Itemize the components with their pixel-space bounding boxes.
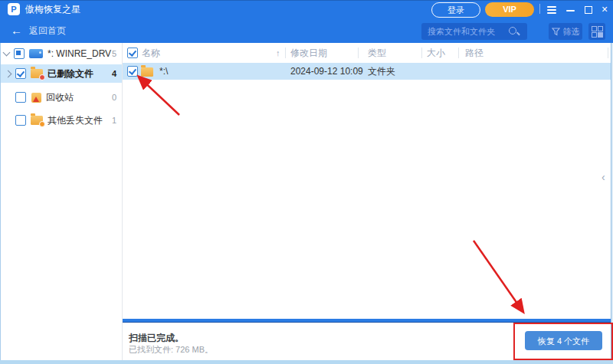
login-button[interactable]: 登录 [431,2,480,18]
search-icon-handle [516,31,520,35]
column-separator [285,48,286,58]
select-all-checkbox[interactable] [127,48,138,58]
sidebar-item-other-lost-files[interactable]: 其他丢失文件 1 [1,111,122,130]
column-separator [421,48,422,58]
sidebar-item-winre-drv[interactable]: *: WINRE_DRV 5 [1,44,122,63]
window-border-left [0,43,1,360]
annotation-arrow-row [139,77,179,115]
checkbox-unchecked[interactable] [15,115,26,126]
column-separator [608,48,608,58]
checkbox-unchecked[interactable] [15,92,26,103]
cell-type: 文件夹 [368,63,395,80]
scan-progress-bar [123,319,611,322]
filter-button[interactable]: 筛选 [549,23,582,40]
back-arrow-icon[interactable]: ← [11,18,22,43]
column-header-name[interactable]: 名称 [142,44,160,61]
app-window: P 傲梅恢复之星 登录 VIP × ← 返回首页 筛选 [0,0,613,364]
search-icon[interactable] [509,27,516,34]
sidebar-item-recycle-bin[interactable]: 回收站 0 [1,88,122,107]
sidebar-item-label: 其他丢失文件 [48,114,112,127]
files-found-text: 已找到文件: 726 MB。 [129,344,213,356]
deleted-folder-icon [31,69,43,78]
checkbox-indeterminate[interactable] [14,48,25,59]
item-count: 4 [112,69,116,78]
close-icon[interactable]: × [597,0,612,18]
column-header-modified[interactable]: 修改日期 [290,44,327,61]
table-row[interactable]: *:\ 2024-09-12 10:09 文件夹 [123,63,611,80]
chevron-right-icon[interactable] [5,70,12,77]
annotation-arrow-button [474,241,523,311]
sidebar-item-deleted-files[interactable]: 已删除文件 4 [1,64,122,83]
window-border-bottom [0,360,613,364]
annotation-highlight-box [513,323,613,360]
sidebar-tree: *: WINRE_DRV 5 已删除文件 4 回收站 0 其他丢失文件 1 [1,43,123,360]
item-count: 1 [112,116,116,125]
table-header: 名称 ↑ 修改日期 类型 大小 路径 [123,44,611,61]
app-logo-icon: P [8,3,20,15]
back-home-button[interactable]: 返回首页 [29,18,66,43]
folder-icon [141,67,153,77]
menu-icon[interactable] [544,0,559,18]
item-count: 0 [112,93,116,102]
cell-modified: 2024-09-12 10:09 [290,63,363,80]
vip-button[interactable]: VIP [485,2,534,17]
column-separator [358,48,359,58]
item-count: 5 [112,49,116,58]
lost-folder-icon [31,116,43,125]
checkbox-checked[interactable] [15,68,26,79]
collapse-panel-icon[interactable]: ‹ [602,172,605,182]
column-header-type[interactable]: 类型 [368,44,386,61]
scan-status-text: 扫描已完成。 [129,332,184,345]
search-box [421,23,527,40]
sidebar-item-label: 回收站 [46,91,112,104]
drive-icon [29,49,43,58]
minimize-icon[interactable] [563,0,579,18]
recycle-bin-icon [31,93,41,103]
column-header-path[interactable]: 路径 [465,44,484,61]
column-separator [458,48,459,58]
titlebar-separator [539,4,540,14]
title-and-toolbar: P 傲梅恢复之星 登录 VIP × ← 返回首页 筛选 [0,0,613,43]
filter-label: 筛选 [563,26,580,38]
cell-name: *:\ [159,63,168,80]
column-header-size[interactable]: 大小 [427,44,445,61]
maximize-icon[interactable] [581,0,596,18]
funnel-icon [552,28,560,36]
search-input[interactable] [421,23,512,40]
app-title: 傲梅恢复之星 [25,0,80,18]
sidebar-item-label: *: WINRE_DRV [48,48,112,59]
sort-ascending-icon[interactable]: ↑ [276,44,280,61]
grid-view-icon[interactable] [588,23,605,40]
row-checkbox[interactable] [127,66,138,77]
chevron-down-icon[interactable] [3,49,11,57]
sidebar-item-label: 已删除文件 [48,67,112,80]
